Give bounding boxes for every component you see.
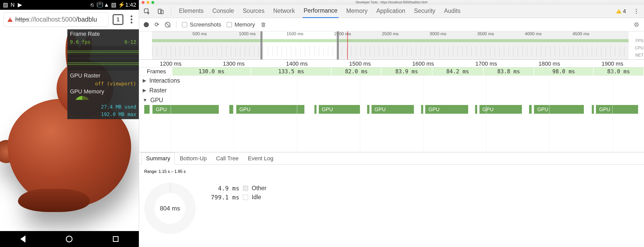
timeline-overview[interactable]: 500 ms1000 ms1500 ms2000 ms2500 ms3000 m… [139, 31, 644, 60]
inspect-element-icon[interactable] [143, 8, 150, 15]
chrome-toolbar: https://localhost:5000/badblu 1 [0, 10, 139, 29]
devtools-overflow-icon[interactable] [633, 8, 640, 15]
raster-lane[interactable]: ▶Raster [139, 85, 644, 95]
home-button-icon[interactable] [66, 236, 72, 242]
gpu-block[interactable]: GPU [479, 105, 522, 114]
recents-button-icon[interactable] [113, 236, 119, 242]
tab-console[interactable]: Console [211, 5, 235, 17]
record-button[interactable] [144, 22, 149, 27]
tabs-button[interactable]: 1 [113, 14, 123, 25]
gpu-raster-label: GPU Raster [70, 72, 101, 79]
page-viewport[interactable]: Frame Rate 9.6 fps 6-12 GPU Raster off (… [0, 29, 139, 231]
flame-tick: 1700 ms [475, 60, 497, 67]
warnings-badge[interactable]: 4 [616, 8, 626, 15]
frame-cell[interactable]: 98.0 ms [534, 67, 594, 75]
gpu-sliver[interactable] [146, 105, 150, 114]
vibrate-icon: 📳 [96, 2, 102, 8]
svg-point-5 [636, 13, 637, 14]
frame-cell[interactable]: 83.0 ms [594, 67, 644, 75]
divider [171, 7, 171, 15]
frame-cell[interactable]: 130.0 ms [173, 67, 251, 75]
flame-tick: 1300 ms [223, 60, 244, 67]
frame-cell[interactable]: 83.9 ms [382, 67, 432, 75]
overview-handle-left[interactable] [260, 31, 262, 59]
gpu-sliver[interactable] [229, 105, 234, 114]
devtools-window: Developer Tools - https://localhost:5000… [139, 0, 644, 247]
back-button-icon[interactable] [20, 235, 25, 243]
capture-settings-icon[interactable]: ⚙ [634, 21, 639, 28]
frame-cell[interactable]: 133.5 ms [251, 67, 332, 75]
gpu-mem-max: 192.0 MB max [101, 111, 136, 117]
legend-ms: 4.9 ms [206, 185, 239, 192]
legend-row: 4.9 msOther [206, 185, 267, 192]
gpu-memory-pie [67, 95, 139, 103]
chevron-right-icon: ▶ [143, 87, 146, 93]
fps-overlay: Frame Rate 9.6 fps 6-12 GPU Raster off (… [67, 29, 139, 119]
frames-lane-head: Frames [139, 67, 173, 75]
frametime-sparkline [67, 58, 139, 71]
fps-value: 9.6 fps [70, 39, 90, 45]
legend-swatch [243, 195, 248, 200]
gpu-block[interactable]: GPU [152, 105, 219, 114]
gpu-sliver[interactable] [592, 105, 594, 114]
gpu-block[interactable]: GPU [534, 105, 584, 114]
overflow-menu-icon[interactable] [128, 15, 135, 23]
gpu-block[interactable]: GPU [425, 105, 468, 114]
legend-swatch [243, 186, 248, 191]
status-time: 1:42 [125, 2, 136, 8]
gpu-sliver[interactable] [314, 105, 317, 114]
flame-tick: 1600 ms [412, 60, 434, 67]
reload-record-button[interactable]: ⟳ [155, 21, 159, 28]
screenshots-toggle[interactable]: Screenshots [182, 21, 221, 28]
tab-elements[interactable]: Elements [178, 5, 205, 17]
gpu-block[interactable]: GPU [596, 105, 639, 114]
android-status-bar: ▨ N ▶ ⎋ 📳 ▲ ▧ ⚡ 1:42 [0, 0, 139, 10]
bluetooth-icon: ⎋ [89, 2, 95, 8]
frame-cell[interactable]: 84.2 ms [432, 67, 484, 75]
gpu-block[interactable]: GPU [236, 105, 305, 114]
interactions-lane[interactable]: ▶Interactions [139, 76, 644, 85]
memory-toggle[interactable]: Memory [227, 21, 255, 28]
gpu-lane-head[interactable]: ▼GPU [139, 95, 644, 105]
overview-handle-right[interactable] [337, 31, 339, 59]
detail-tab-call-tree[interactable]: Call Tree [212, 153, 243, 164]
summary-total: 804 ms [160, 205, 180, 212]
gpu-mem-used: 27.4 MB used [101, 104, 136, 110]
tab-memory[interactable]: Memory [345, 5, 369, 17]
frame-cell[interactable]: 83.8 ms [484, 67, 534, 75]
gpu-block[interactable]: GPU [371, 105, 415, 114]
omnibox[interactable]: https://localhost:5000/badblu [4, 12, 108, 27]
screenshots-checkbox[interactable] [182, 22, 187, 27]
selection-range: Range: 1.15 s – 1.95 s [139, 165, 644, 174]
tab-audits[interactable]: Audits [443, 5, 461, 17]
tab-sources[interactable]: Sources [242, 5, 265, 17]
device-toolbar-icon[interactable] [157, 8, 164, 15]
tab-network[interactable]: Network [272, 5, 296, 17]
detail-tab-summary[interactable]: Summary [142, 152, 175, 165]
frame-cell[interactable]: 82.0 ms [332, 67, 382, 75]
gpu-sliver[interactable] [529, 105, 532, 114]
flame-tick: 1200 ms [160, 60, 182, 67]
divider [176, 21, 176, 28]
gpu-raster-value: off (viewport) [95, 81, 136, 86]
tab-performance[interactable]: Performance [303, 5, 339, 18]
garbage-collect-icon[interactable]: 🗑 [261, 21, 266, 28]
traffic-lights[interactable] [142, 1, 154, 4]
flame-tick: 1400 ms [286, 60, 308, 67]
window-title: Developer Tools - https://localhost:5000… [356, 1, 428, 4]
tab-security[interactable]: Security [413, 5, 436, 17]
memory-checkbox[interactable] [227, 22, 232, 27]
detail-tab-bottom-up[interactable]: Bottom-Up [176, 153, 211, 164]
gpu-track: GPUGPUGPUGPUGPUGPUGPUGPU [144, 105, 644, 114]
flame-tick: 1800 ms [539, 60, 560, 67]
gpu-sliver[interactable] [475, 105, 478, 114]
android-nav-bar [0, 231, 139, 247]
detail-tab-event-log[interactable]: Event Log [244, 153, 277, 164]
gpu-sliver[interactable] [367, 105, 370, 114]
devtools-tab-bar: Elements Console Sources Network Perform… [139, 5, 644, 18]
clear-button[interactable] [165, 22, 170, 28]
legend-name: Idle [252, 194, 261, 201]
gpu-block[interactable]: GPU [319, 105, 361, 114]
flamechart-area[interactable]: 1200 ms1300 ms1400 ms1500 ms1600 ms1700 … [139, 60, 644, 152]
tab-application[interactable]: Application [375, 5, 406, 17]
